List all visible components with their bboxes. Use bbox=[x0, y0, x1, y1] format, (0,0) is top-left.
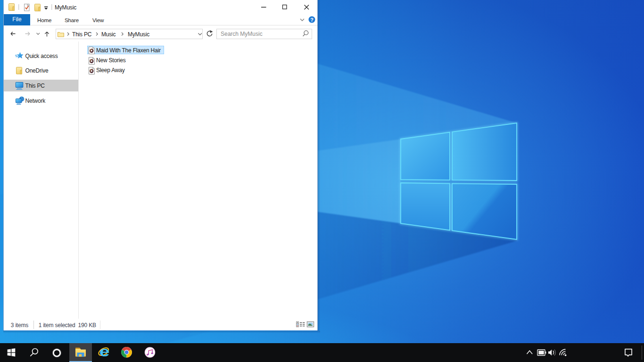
svg-text:e: e bbox=[99, 344, 110, 359]
svg-text:?: ? bbox=[310, 17, 314, 23]
